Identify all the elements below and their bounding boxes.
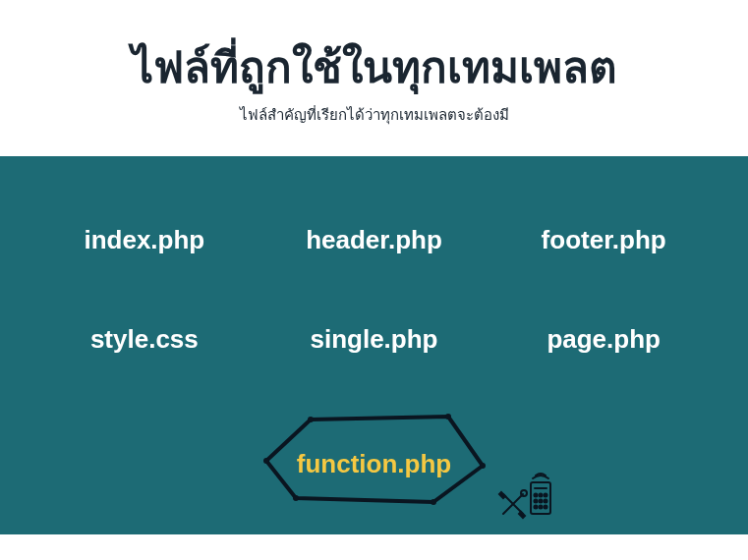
svg-point-2 — [445, 414, 451, 420]
svg-point-11 — [545, 494, 547, 497]
file-item: single.php — [259, 324, 489, 355]
file-item: index.php — [29, 225, 259, 255]
svg-point-10 — [540, 494, 543, 497]
content-section: index.php header.php footer.php style.cs… — [0, 156, 748, 534]
svg-point-19 — [521, 490, 527, 496]
highlighted-file-label: function.php — [252, 449, 497, 479]
file-grid: index.php header.php footer.php style.cs… — [29, 225, 719, 355]
svg-point-17 — [545, 506, 547, 509]
file-item: page.php — [489, 324, 719, 355]
svg-point-1 — [308, 417, 314, 422]
svg-point-4 — [431, 499, 436, 505]
file-item: header.php — [259, 225, 489, 255]
svg-point-12 — [535, 500, 538, 503]
file-item: footer.php — [489, 225, 719, 255]
svg-point-16 — [540, 506, 543, 509]
svg-point-14 — [545, 500, 547, 503]
page-title: ไฟล์ที่ถูกใช้ในทุกเทมเพลต — [20, 39, 728, 95]
svg-point-15 — [535, 506, 538, 509]
header-section: ไฟล์ที่ถูกใช้ในทุกเทมเพลต ไฟล์สำคัญที่เร… — [0, 0, 748, 156]
file-item: style.css — [29, 324, 259, 355]
page-subtitle: ไฟล์สำคัญที่เรียกได้ว่าทุกเทมเพลตจะต้องม… — [20, 103, 728, 127]
svg-point-13 — [540, 500, 543, 503]
svg-point-9 — [535, 494, 538, 497]
svg-point-5 — [293, 495, 299, 501]
tools-remote-icon — [497, 471, 556, 520]
highlighted-file-container: function.php — [252, 412, 497, 510]
